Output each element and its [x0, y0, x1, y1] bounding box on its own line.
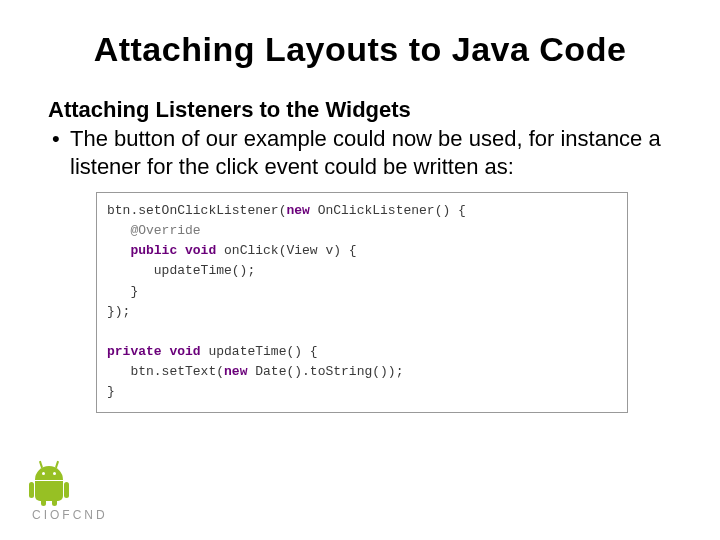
bullet-text: The button of our example could now be u… — [48, 125, 672, 180]
code-line: public void onClick(View v) { — [107, 241, 617, 261]
code-line: private void updateTime() { — [107, 342, 617, 362]
code-snippet: btn.setOnClickListener(new OnClickListen… — [96, 192, 628, 413]
code-line: @Override — [107, 221, 617, 241]
code-line: } — [107, 382, 617, 402]
code-line: }); — [107, 302, 617, 322]
android-wordmark: CIOFCND — [32, 508, 108, 522]
code-line: btn.setOnClickListener(new OnClickListen… — [107, 201, 617, 221]
code-line — [107, 322, 617, 342]
slide-subtitle: Attaching Listeners to the Widgets — [48, 97, 672, 123]
code-line: } — [107, 282, 617, 302]
code-line: updateTime(); — [107, 261, 617, 281]
code-line: btn.setText(new Date().toString()); — [107, 362, 617, 382]
slide-title: Attaching Layouts to Java Code — [48, 30, 672, 69]
android-robot-icon — [32, 464, 66, 504]
android-logo: CIOFCND — [32, 464, 108, 522]
